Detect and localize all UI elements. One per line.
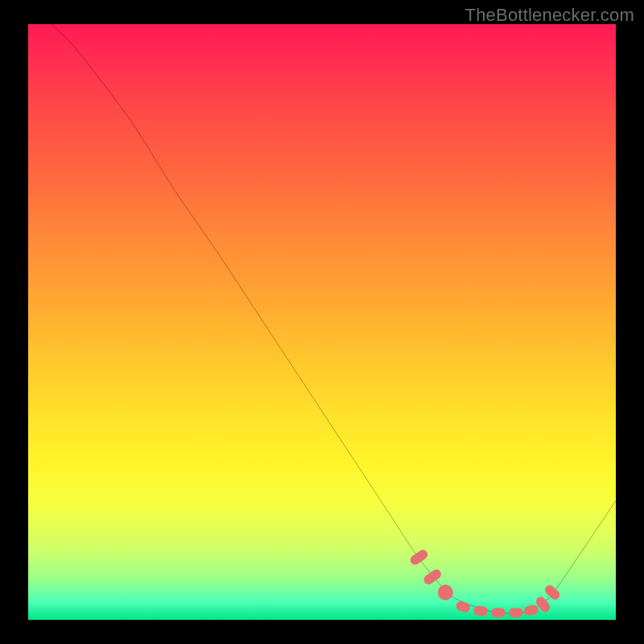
- watermark-text: TheBottlenecker.com: [465, 5, 634, 26]
- chart-marker: [438, 584, 453, 600]
- chart-plot-area: [28, 24, 616, 620]
- chart-markers: [409, 548, 562, 617]
- bottleneck-curve: [52, 24, 616, 613]
- chart-svg: [28, 24, 616, 620]
- chart-marker: [509, 608, 523, 617]
- chart-marker: [409, 548, 430, 567]
- chart-marker: [422, 568, 443, 586]
- chart-marker: [543, 584, 562, 602]
- chart-marker: [455, 600, 471, 613]
- chart-marker: [491, 608, 506, 617]
- chart-marker: [473, 605, 489, 617]
- chart-marker: [523, 605, 539, 617]
